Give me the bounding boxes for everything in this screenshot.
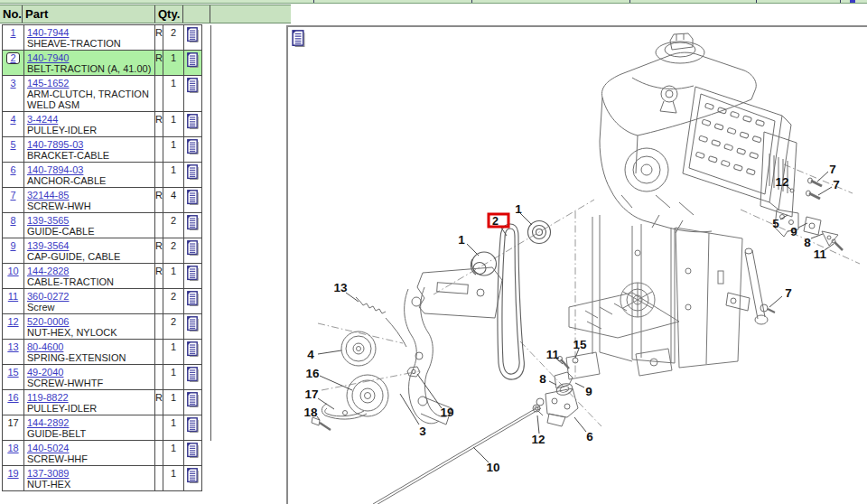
document-icon[interactable] (187, 215, 199, 230)
row-number-link[interactable]: 3 (10, 78, 15, 89)
part-number-link[interactable]: 139-3565 (27, 215, 70, 226)
part-cell: 140-7894-03ANCHOR-CABLE (24, 163, 155, 187)
document-icon[interactable] (187, 27, 199, 42)
r-flag-cell (155, 213, 163, 238)
part-number-link[interactable]: 140-7895-03 (27, 139, 83, 150)
part-number-link[interactable]: 140-5024 (27, 443, 70, 453)
callout-labels: 11345677788991011111212131516171819 (303, 163, 839, 474)
callout-4[interactable]: 4 (307, 348, 314, 361)
part-number-link[interactable]: 144-2892 (27, 417, 70, 428)
callout-13[interactable]: 13 (333, 281, 348, 294)
part-number-link[interactable]: 140-7940 (27, 52, 70, 63)
part-description: NUT-HEX, NYLOCK (27, 327, 154, 338)
callout-16[interactable]: 16 (305, 367, 320, 380)
icon-cell (184, 314, 201, 339)
callout-7[interactable]: 7 (785, 286, 792, 300)
r-flag-cell (155, 365, 163, 389)
part-number-link[interactable]: 140-7894-03 (27, 164, 83, 175)
row-number-cell: 3 (3, 76, 24, 111)
parts-diagram[interactable]: 11345677788991011111212131516171819 2 (288, 27, 867, 504)
part-number-link[interactable]: 139-3564 (27, 240, 70, 251)
document-icon[interactable] (187, 164, 199, 180)
callout-12[interactable]: 12 (531, 433, 545, 446)
part-number-link[interactable]: 3-4244 (27, 114, 58, 125)
document-icon[interactable] (187, 417, 199, 433)
callout-8[interactable]: 8 (539, 372, 546, 386)
row-number-link[interactable]: 10 (7, 266, 18, 276)
row-number-link[interactable]: 7 (10, 190, 15, 201)
qty-cell: 2 (163, 238, 184, 263)
callout-8[interactable]: 8 (804, 236, 811, 249)
callout-12[interactable]: 12 (775, 175, 788, 189)
part-number-link[interactable]: 49-2040 (27, 367, 63, 378)
callout-7[interactable]: 7 (829, 163, 836, 176)
row-number-link[interactable]: 1 (10, 27, 15, 38)
document-icon[interactable] (187, 78, 199, 93)
row-number-cell: 18 (3, 441, 24, 465)
callout-6[interactable]: 6 (586, 430, 593, 443)
document-icon[interactable] (187, 316, 199, 331)
row-number-cell: 7 (3, 188, 24, 212)
row-number-link[interactable]: 19 (7, 468, 18, 479)
document-icon[interactable] (187, 114, 199, 129)
part-number-link[interactable]: 80-4600 (27, 341, 63, 352)
part-number-link[interactable]: 137-3089 (27, 468, 70, 479)
document-icon[interactable] (187, 240, 199, 256)
row-number-link[interactable]: 12 (7, 316, 18, 327)
part-number-link[interactable]: 140-7944 (27, 27, 70, 38)
row-number-link[interactable]: 13 (7, 341, 18, 352)
callout-11[interactable]: 11 (546, 348, 560, 361)
document-icon[interactable] (187, 139, 199, 154)
callout-11[interactable]: 11 (814, 247, 827, 261)
row-number-link[interactable]: 16 (7, 392, 18, 403)
callout-10[interactable]: 10 (486, 461, 499, 474)
document-icon[interactable] (187, 291, 199, 306)
document-icon[interactable] (187, 341, 199, 357)
row-number-link[interactable]: 2 (6, 52, 19, 64)
callout-1[interactable]: 1 (515, 202, 522, 216)
part-cell: 140-5024SCREW-HHF (24, 441, 155, 465)
callout-3[interactable]: 3 (419, 425, 426, 438)
r-flag-cell (155, 466, 163, 490)
part-number-link[interactable]: 119-8822 (27, 392, 69, 403)
part-description: ARM-CLUTCH, TRACTION WELD ASM (27, 89, 154, 110)
part-description: ANCHOR-CABLE (27, 175, 154, 186)
callout-7[interactable]: 7 (833, 178, 840, 191)
qty-cell: 2 (163, 314, 184, 339)
document-icon[interactable] (187, 392, 199, 407)
row-number-link[interactable]: 9 (10, 240, 15, 251)
document-icon[interactable] (187, 443, 199, 458)
document-icon[interactable] (187, 266, 199, 281)
row-number-link[interactable]: 18 (7, 443, 18, 453)
table-row: 10144-2828CABLE-TRACTIONR1 (2, 263, 202, 289)
part-number-link[interactable]: 520-0006 (27, 316, 70, 327)
row-number-link[interactable]: 5 (10, 139, 15, 150)
qty-cell: 1 (163, 365, 184, 389)
part-number-link[interactable]: 32144-85 (27, 190, 70, 201)
part-number-link[interactable]: 360-0272 (27, 291, 70, 302)
callout-9[interactable]: 9 (790, 225, 797, 238)
r-flag-cell (155, 340, 163, 364)
document-icon[interactable] (187, 367, 199, 382)
document-icon[interactable] (187, 190, 199, 205)
row-number-link[interactable]: 4 (10, 114, 15, 125)
part-number-link[interactable]: 144-2828 (27, 266, 70, 276)
callout-15[interactable]: 15 (573, 338, 587, 351)
selected-callout-highlight[interactable]: 2 (489, 214, 508, 228)
part-number-link[interactable]: 145-1652 (27, 78, 70, 89)
callout-18[interactable]: 18 (303, 406, 318, 419)
icon-cell (184, 264, 201, 288)
table-row: 11360-0272Screw2 (2, 288, 202, 314)
callout-5[interactable]: 5 (772, 217, 779, 230)
row-number-link[interactable]: 11 (8, 291, 18, 302)
callout-17[interactable]: 17 (304, 387, 318, 401)
row-number-link[interactable]: 6 (10, 164, 15, 175)
callout-19[interactable]: 19 (440, 406, 453, 419)
document-icon[interactable] (187, 52, 199, 68)
callout-1[interactable]: 1 (458, 233, 465, 247)
document-icon[interactable] (187, 468, 199, 483)
row-number-link[interactable]: 8 (10, 215, 15, 226)
row-number-link[interactable]: 15 (7, 367, 18, 378)
callout-9[interactable]: 9 (585, 385, 592, 398)
table-outer-edge (210, 25, 211, 441)
